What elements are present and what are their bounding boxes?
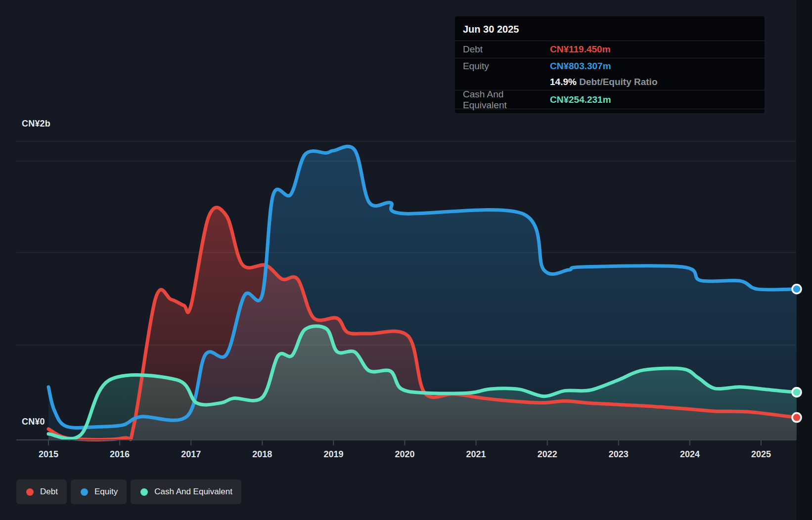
x-axis-label-2018: 2018 bbox=[252, 449, 272, 459]
tooltip-row-debt: Debt CN¥119.450m bbox=[463, 41, 757, 58]
tooltip-ratio-percent: 14.9% bbox=[550, 77, 577, 87]
x-axis-label-2017: 2017 bbox=[181, 449, 201, 459]
tooltip-debt-value: CN¥119.450m bbox=[550, 44, 611, 55]
debt-end-dot[interactable] bbox=[792, 413, 801, 422]
cash-end-dot[interactable] bbox=[792, 388, 801, 396]
legend-equity-label: Equity bbox=[94, 487, 118, 497]
x-axis-label-2023: 2023 bbox=[609, 449, 629, 459]
page-root: { "tooltip": { "date": "Jun 30 2025", "d… bbox=[0, 0, 812, 520]
tooltip-equity-label: Equity bbox=[463, 61, 550, 72]
x-axis-label-2016: 2016 bbox=[110, 449, 130, 459]
x-axis-label-2021: 2021 bbox=[466, 449, 486, 459]
debt-swatch-icon bbox=[26, 488, 34, 496]
tooltip-ratio-value: 14.9% Debt/Equity Ratio bbox=[550, 77, 658, 87]
tooltip-equity-value: CN¥803.307m bbox=[550, 61, 611, 72]
chart-panel: 2015201620172018201920202021202220232024… bbox=[0, 0, 812, 520]
tooltip-ratio-caption: Debt/Equity Ratio bbox=[577, 77, 658, 87]
tooltip-row-cash: Cash And Equivalent CN¥254.231m bbox=[463, 90, 757, 109]
y-axis-label-zero: CN¥0 bbox=[22, 417, 45, 427]
equity-end-dot[interactable] bbox=[792, 285, 801, 294]
tooltip-debt-label: Debt bbox=[463, 44, 550, 55]
legend-cash-label: Cash And Equivalent bbox=[154, 487, 232, 497]
chart-tooltip: Jun 30 2025 Debt CN¥119.450m Equity CN¥8… bbox=[455, 16, 765, 113]
tooltip-cash-label: Cash And Equivalent bbox=[463, 89, 550, 111]
legend-cash[interactable]: Cash And Equivalent bbox=[131, 479, 241, 504]
x-axis-label-2025: 2025 bbox=[751, 449, 771, 459]
y-axis-label-max: CN¥2b bbox=[22, 119, 50, 129]
x-axis-label-2024: 2024 bbox=[680, 449, 700, 459]
tooltip-row-equity: Equity CN¥803.307m bbox=[463, 58, 757, 74]
legend-debt[interactable]: Debt bbox=[16, 479, 67, 504]
cash-swatch-icon bbox=[140, 488, 148, 496]
chart-legend: Debt Equity Cash And Equivalent bbox=[16, 479, 241, 504]
equity-swatch-icon bbox=[81, 488, 88, 496]
legend-equity[interactable]: Equity bbox=[71, 479, 127, 504]
x-axis-label-2019: 2019 bbox=[323, 449, 343, 459]
tooltip-date: Jun 30 2025 bbox=[463, 16, 757, 41]
tooltip-cash-value: CN¥254.231m bbox=[550, 94, 611, 105]
plot-right-margin bbox=[796, 0, 812, 520]
x-axis-label-2022: 2022 bbox=[538, 449, 557, 459]
x-axis-label-2015: 2015 bbox=[39, 449, 58, 459]
x-axis-label-2020: 2020 bbox=[395, 449, 414, 459]
tooltip-row-ratio: 14.9% Debt/Equity Ratio bbox=[463, 74, 757, 90]
legend-debt-label: Debt bbox=[40, 487, 58, 497]
